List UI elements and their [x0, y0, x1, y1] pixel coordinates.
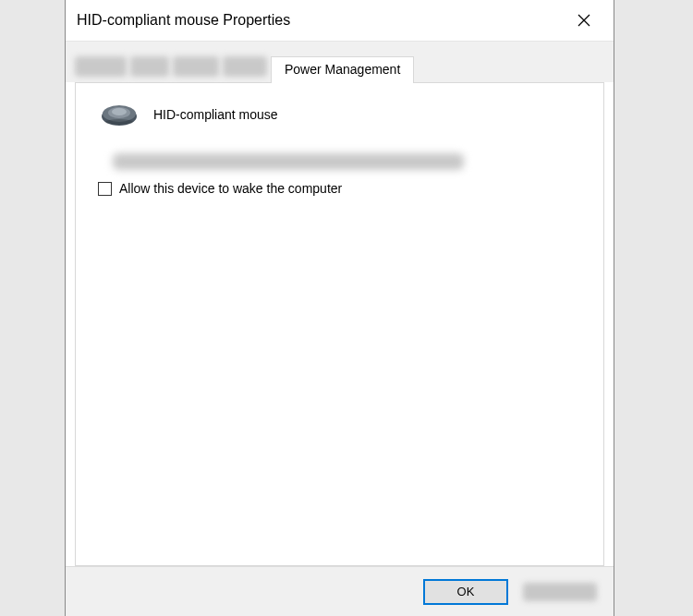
cancel-button-hidden[interactable] [523, 583, 597, 601]
tab-hidden-3[interactable] [173, 56, 219, 77]
close-icon [578, 14, 590, 27]
properties-dialog: HID-compliant mouse Properties Power Man… [65, 0, 614, 616]
device-header: HID-compliant mouse [96, 102, 583, 127]
option-hidden-1[interactable] [113, 153, 464, 170]
ok-button[interactable]: OK [423, 579, 508, 605]
device-name: HID-compliant mouse [153, 107, 278, 122]
tab-strip: Power Management [66, 42, 614, 82]
tab-hidden-2[interactable] [130, 56, 169, 77]
tab-hidden-1[interactable] [75, 56, 127, 77]
checkbox-wake-label: Allow this device to wake the computer [119, 181, 342, 196]
dialog-title: HID-compliant mouse Properties [77, 12, 565, 29]
svg-point-6 [105, 119, 133, 125]
mouse-icon [100, 102, 139, 127]
option-wake-computer[interactable]: Allow this device to wake the computer [96, 181, 583, 196]
svg-point-5 [112, 108, 127, 115]
tab-hidden-4[interactable] [223, 56, 267, 77]
titlebar: HID-compliant mouse Properties [66, 0, 614, 42]
dialog-buttons: OK [66, 566, 614, 616]
checkbox-wake[interactable] [98, 182, 112, 196]
tab-power-management[interactable]: Power Management [271, 56, 414, 83]
close-button[interactable] [565, 2, 602, 39]
tab-content: HID-compliant mouse Allow this device to… [75, 82, 604, 566]
